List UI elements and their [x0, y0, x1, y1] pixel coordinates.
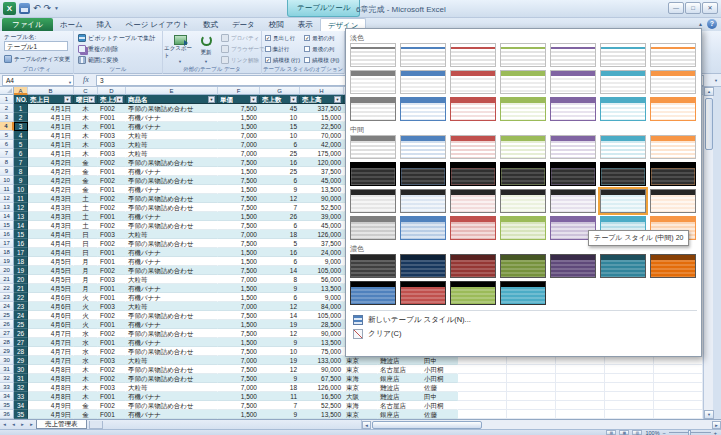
cell[interactable]: 有機バナナ: [126, 212, 218, 221]
cell[interactable]: 19: [260, 356, 300, 365]
cell[interactable]: 火: [74, 302, 98, 311]
next-sheet-icon[interactable]: ►: [18, 421, 27, 429]
cell[interactable]: [556, 410, 605, 419]
cell[interactable]: 季節の果物詰め合わせ: [126, 311, 218, 320]
row-header[interactable]: 7: [0, 149, 14, 158]
cell[interactable]: 4月1日: [28, 104, 74, 113]
table-style-thumbnail[interactable]: [400, 70, 446, 94]
cell[interactable]: 90,000: [300, 194, 344, 203]
cell[interactable]: 7,500: [218, 347, 260, 356]
cell[interactable]: 1,500: [218, 410, 260, 419]
cell[interactable]: 大粒苺: [126, 140, 218, 149]
cell[interactable]: 126,000: [300, 383, 344, 392]
cell[interactable]: 日: [74, 230, 98, 239]
cell[interactable]: 大粒苺: [126, 302, 218, 311]
table-header-cell[interactable]: 単価▼: [218, 95, 260, 104]
cell[interactable]: 1,500: [218, 248, 260, 257]
table-style-thumbnail[interactable]: [350, 189, 396, 213]
table-style-thumbnail[interactable]: [600, 43, 646, 67]
table-name-input[interactable]: テーブル1: [4, 41, 68, 51]
cell[interactable]: F001: [98, 167, 126, 176]
cell[interactable]: 45: [260, 104, 300, 113]
cell[interactable]: [556, 356, 605, 365]
cell[interactable]: 1,500: [218, 392, 260, 401]
cell[interactable]: F002: [98, 365, 126, 374]
table-style-thumbnail[interactable]: [350, 281, 396, 305]
summarize-with-pivot-button[interactable]: ピボットテーブルで集計: [76, 33, 157, 43]
tab-data[interactable]: データ: [225, 18, 262, 31]
cell[interactable]: 7,000: [218, 356, 260, 365]
zoom-in-button[interactable]: +: [714, 430, 717, 435]
cell[interactable]: 6: [260, 140, 300, 149]
cell[interactable]: 7,000: [218, 275, 260, 284]
cell[interactable]: [507, 401, 556, 410]
cell[interactable]: 季節の果物詰め合わせ: [126, 203, 218, 212]
cell[interactable]: [458, 401, 507, 410]
style-option-checkbox[interactable]: 最後の列: [304, 44, 339, 54]
cell[interactable]: 大粒苺: [126, 131, 218, 140]
cell[interactable]: [458, 365, 507, 374]
cell[interactable]: 4月8日: [28, 383, 74, 392]
cell[interactable]: 水: [74, 329, 98, 338]
vertical-scroll-thumb[interactable]: [705, 98, 713, 150]
cell[interactable]: F001: [98, 212, 126, 221]
row-header[interactable]: 19: [0, 257, 14, 266]
cell[interactable]: [556, 392, 605, 401]
cell[interactable]: 17: [14, 248, 28, 257]
cell[interactable]: F001: [98, 392, 126, 401]
horizontal-scroll-thumb[interactable]: [372, 421, 482, 429]
cell[interactable]: 9,000: [300, 257, 344, 266]
cell[interactable]: 土: [74, 203, 98, 212]
table-style-thumbnail[interactable]: [650, 162, 696, 186]
table-style-thumbnail[interactable]: [550, 70, 596, 94]
cell[interactable]: 12: [260, 365, 300, 374]
cell[interactable]: 18: [260, 230, 300, 239]
prev-sheet-icon[interactable]: ◄: [9, 421, 18, 429]
cell[interactable]: 月: [74, 266, 98, 275]
cell[interactable]: F002: [98, 221, 126, 230]
row-header[interactable]: 18: [0, 248, 14, 257]
table-style-thumbnail[interactable]: [500, 189, 546, 213]
cell[interactable]: 4月8日: [28, 365, 74, 374]
excel-app-icon[interactable]: X: [3, 2, 16, 15]
cell[interactable]: F002: [98, 266, 126, 275]
cell[interactable]: 7,500: [218, 266, 260, 275]
cell[interactable]: 27: [14, 338, 28, 347]
cell[interactable]: 4月3日: [28, 221, 74, 230]
row-header[interactable]: 14: [0, 212, 14, 221]
table-style-thumbnail[interactable]: [450, 189, 496, 213]
cell[interactable]: 大粒苺: [126, 356, 218, 365]
tab-home[interactable]: ホーム: [53, 18, 90, 31]
cell[interactable]: [507, 410, 556, 419]
row-header[interactable]: 3: [0, 113, 14, 122]
cell[interactable]: 4月9日: [28, 410, 74, 419]
table-style-thumbnail[interactable]: [450, 216, 496, 240]
cell[interactable]: 133,000: [300, 356, 344, 365]
cell[interactable]: 有機バナナ: [126, 293, 218, 302]
table-style-thumbnail[interactable]: [450, 70, 496, 94]
cell[interactable]: 大粒苺: [126, 149, 218, 158]
table-style-thumbnail[interactable]: [600, 162, 646, 186]
filter-dropdown-icon[interactable]: ▼: [64, 96, 71, 103]
cell[interactable]: [605, 410, 654, 419]
style-option-checkbox[interactable]: ✓最初の列: [304, 33, 339, 43]
tab-review[interactable]: 校閲: [262, 18, 291, 31]
cell[interactable]: 6: [260, 257, 300, 266]
cell[interactable]: 木: [74, 149, 98, 158]
cell[interactable]: 木: [74, 131, 98, 140]
cell[interactable]: 1,500: [218, 293, 260, 302]
select-all-corner[interactable]: [0, 87, 14, 95]
cell[interactable]: 175,000: [300, 149, 344, 158]
table-header-cell[interactable]: 曜日▼: [74, 95, 98, 104]
cell[interactable]: F002: [98, 311, 126, 320]
table-style-thumbnail[interactable]: [650, 97, 696, 121]
cell[interactable]: 小田桐: [422, 374, 458, 383]
row-header[interactable]: 34: [0, 392, 14, 401]
cell[interactable]: 4月3日: [28, 203, 74, 212]
cell[interactable]: 東京: [344, 410, 378, 419]
cell[interactable]: 7,000: [218, 230, 260, 239]
cell[interactable]: 15: [260, 122, 300, 131]
checkbox-icon[interactable]: ✓: [304, 35, 310, 41]
cell[interactable]: 105,000: [300, 311, 344, 320]
cell[interactable]: 7,000: [218, 302, 260, 311]
